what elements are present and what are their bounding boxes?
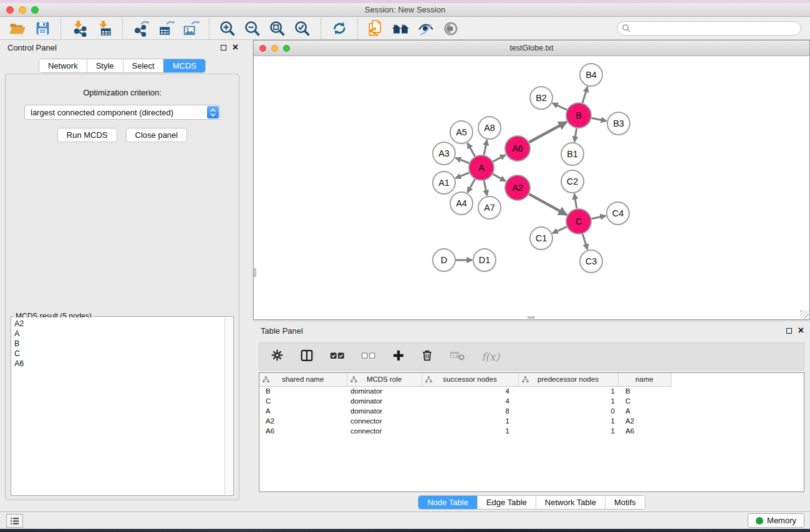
zoom-selected-icon[interactable] — [293, 19, 312, 38]
search-input[interactable] — [617, 21, 801, 36]
show-eye-icon[interactable] — [441, 19, 460, 38]
table-row[interactable]: A6connector11A6 — [259, 426, 671, 436]
table-toolbar: f(x) — [259, 342, 804, 370]
function-builder-icon[interactable]: f(x) — [481, 351, 499, 363]
refresh-layout-icon[interactable] — [330, 19, 349, 38]
svg-text:D: D — [441, 255, 447, 265]
toolbar-separator — [60, 19, 61, 39]
vertical-scroll-thumb[interactable] — [254, 268, 256, 277]
graph-node-D1[interactable]: D1 — [473, 249, 496, 271]
column-header-name[interactable]: name — [618, 373, 671, 386]
tab-network[interactable]: Network — [39, 59, 87, 72]
graph-edge — [493, 155, 506, 162]
graph-node-C1[interactable]: C1 — [530, 227, 552, 249]
search-field-wrap — [617, 21, 801, 36]
table-row[interactable]: Cdominator41C — [259, 396, 671, 406]
zoom-out-icon[interactable] — [243, 19, 262, 38]
open-session-icon[interactable] — [8, 19, 27, 38]
graph-node-C[interactable]: C — [566, 209, 591, 234]
export-image-icon[interactable] — [181, 19, 200, 38]
column-header-shared-name[interactable]: shared name — [259, 373, 347, 386]
graph-edge — [592, 118, 607, 121]
table-row[interactable]: Bdominator41B — [259, 386, 671, 396]
table-tab-motifs[interactable]: Motifs — [605, 496, 645, 509]
columns-icon[interactable] — [300, 349, 314, 365]
mcds-result-item[interactable]: B — [14, 339, 224, 349]
resize-grip[interactable] — [800, 310, 809, 319]
graph-edge — [529, 122, 567, 143]
graph-node-D[interactable]: D — [433, 249, 455, 271]
graph-node-C3[interactable]: C3 — [580, 250, 602, 273]
save-session-icon[interactable] — [33, 19, 52, 38]
svg-text:C4: C4 — [612, 208, 624, 218]
zoom-fit-icon[interactable] — [268, 19, 287, 38]
graph-node-A5[interactable]: A5 — [450, 121, 473, 143]
export-network-icon[interactable] — [132, 19, 150, 38]
close-table-panel-icon[interactable]: × — [798, 327, 804, 334]
graph-edge — [582, 87, 587, 103]
svg-text:A8: A8 — [484, 123, 495, 133]
graph-node-A2[interactable]: A2 — [505, 175, 530, 200]
graph-node-C2[interactable]: C2 — [561, 170, 584, 193]
graph-node-B4[interactable]: B4 — [580, 64, 602, 86]
graph-node-A4[interactable]: A4 — [450, 192, 473, 215]
mcds-result-item[interactable]: A2 — [14, 319, 224, 329]
graph-node-C4[interactable]: C4 — [607, 202, 629, 225]
horizontal-scroll-thumb[interactable] — [528, 316, 535, 319]
graph-node-A7[interactable]: A7 — [478, 196, 501, 219]
graph-node-A3[interactable]: A3 — [433, 142, 455, 165]
column-header-successor-nodes[interactable]: successor nodes — [422, 373, 518, 386]
column-header-predecessor-nodes[interactable]: predecessor nodes — [518, 373, 618, 386]
graph-node-B[interactable]: B — [566, 103, 591, 128]
gear-icon[interactable] — [271, 349, 284, 364]
table-tab-network-table[interactable]: Network Table — [536, 496, 605, 509]
status-bar: Memory — [0, 511, 810, 529]
memory-button[interactable]: Memory — [748, 513, 804, 528]
graph-node-A8[interactable]: A8 — [478, 117, 501, 139]
node-table[interactable]: shared nameMCDS rolesuccessor nodesprede… — [259, 373, 672, 436]
trash-icon[interactable] — [421, 349, 433, 364]
export-table-icon[interactable] — [157, 19, 175, 38]
toolbar-separator — [357, 19, 358, 39]
float-panel-icon[interactable] — [221, 45, 226, 51]
run-mcds-button[interactable]: Run MCDS — [57, 128, 117, 142]
zoom-in-icon[interactable] — [218, 19, 237, 38]
tab-mcds[interactable]: MCDS — [163, 59, 205, 72]
plus-icon[interactable] — [392, 349, 405, 364]
graph-node-B2[interactable]: B2 — [530, 87, 552, 109]
checkbox-unchecked-pair-icon[interactable] — [361, 349, 376, 364]
delete-table-icon[interactable] — [450, 350, 465, 364]
import-table-icon[interactable] — [95, 19, 113, 38]
graph-node-A[interactable]: A — [469, 155, 494, 180]
network-window-titlebar[interactable]: testGlobe.txt — [254, 41, 809, 56]
optimization-criterion-dropdown[interactable]: largest connected component (directed) — [24, 105, 220, 120]
graph-node-B1[interactable]: B1 — [561, 143, 584, 165]
hide-selected-eye-slash-icon[interactable] — [417, 19, 435, 38]
table-tab-node-table[interactable]: Node Table — [418, 496, 477, 509]
home-icon[interactable] — [392, 19, 410, 38]
svg-text:A3: A3 — [438, 148, 450, 158]
mcds-result-item[interactable]: C — [14, 349, 224, 359]
result-scrollbar[interactable] — [224, 317, 233, 495]
column-header-MCDS-role[interactable]: MCDS role — [347, 373, 422, 386]
checkbox-checked-pair-icon[interactable] — [330, 349, 345, 364]
close-panel-button[interactable]: Close panel — [126, 128, 188, 142]
network-canvas[interactable]: B4B2BB3A5A8A6A3B1AC2A1A2A4A7C4CC1C3DD1 — [254, 56, 809, 319]
close-panel-icon[interactable]: × — [233, 44, 238, 51]
graph-edge — [552, 104, 567, 110]
mcds-result-item[interactable]: A — [14, 329, 224, 339]
graph-node-A1[interactable]: A1 — [433, 172, 455, 194]
table-tab-edge-table[interactable]: Edge Table — [477, 496, 536, 509]
graph-node-A6[interactable]: A6 — [505, 136, 530, 161]
task-history-button[interactable] — [6, 514, 23, 528]
float-table-panel-icon[interactable] — [786, 328, 792, 334]
tab-style[interactable]: Style — [87, 59, 123, 72]
network-document-icon[interactable] — [367, 19, 385, 38]
import-network-icon[interactable] — [70, 19, 89, 38]
tab-select[interactable]: Select — [123, 59, 163, 72]
mcds-result-item[interactable]: A6 — [14, 359, 224, 369]
table-row[interactable]: Adominator80A — [259, 406, 671, 416]
table-row[interactable]: A2connector11A2 — [259, 416, 671, 426]
graph-node-B3[interactable]: B3 — [607, 112, 630, 135]
svg-text:C2: C2 — [567, 177, 579, 186]
